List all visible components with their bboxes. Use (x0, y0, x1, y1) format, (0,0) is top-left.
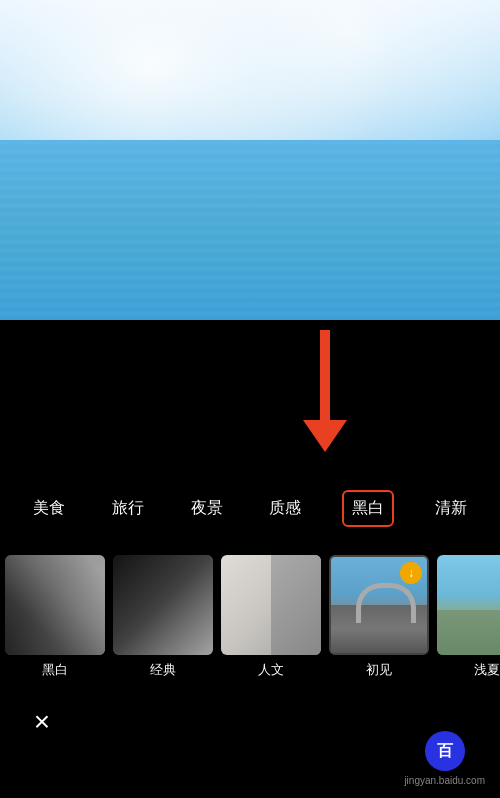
filter-thumb-jingdian[interactable]: 经典 (113, 555, 213, 679)
filter-cat-qingxin[interactable]: 清新 (429, 490, 473, 527)
thumb-img-renwen (221, 555, 321, 655)
filter-category-row: 美食 旅行 夜景 质感 黑白 清新 (0, 490, 500, 527)
thumb-img-jingdian (113, 555, 213, 655)
filter-cat-lüxing[interactable]: 旅行 (106, 490, 150, 527)
thumb-label-heibai: 黑白 (42, 661, 68, 679)
photo-area (0, 0, 500, 320)
thumb-img-heibai (5, 555, 105, 655)
close-icon: × (34, 708, 50, 736)
filter-cat-meishi[interactable]: 美食 (27, 490, 71, 527)
filter-cat-heibai[interactable]: 黑白 (342, 490, 394, 527)
filter-thumb-heibai[interactable]: 黑白 (5, 555, 105, 679)
filter-thumb-renwen[interactable]: 人文 (221, 555, 321, 679)
baidu-watermark: 百 jingyan.baidu.com (404, 729, 485, 786)
filter-thumb-row: 黑白 经典 人文 ↓ 初见 浅夏 (0, 555, 500, 679)
thumb-label-chujian: 初见 (366, 661, 392, 679)
download-badge-chujian: ↓ (400, 562, 422, 584)
baidu-text: jingyan.baidu.com (404, 775, 485, 786)
close-button[interactable]: × (20, 700, 64, 744)
baidu-logo-icon: 百 (423, 729, 467, 773)
thumb-img-chujian: ↓ (329, 555, 429, 655)
filter-cat-yejing[interactable]: 夜景 (185, 490, 229, 527)
arrow-indicator (295, 330, 355, 470)
svg-text:百: 百 (437, 742, 454, 759)
filter-cat-zhigan[interactable]: 质感 (263, 490, 307, 527)
thumb-img-qianxia (437, 555, 500, 655)
filter-thumb-chujian[interactable]: ↓ 初见 (329, 555, 429, 679)
thumb-label-jingdian: 经典 (150, 661, 176, 679)
arrow-shaft (320, 330, 330, 420)
thumb-label-renwen: 人文 (258, 661, 284, 679)
thumb-label-qianxia: 浅夏 (474, 661, 500, 679)
arrow-head (303, 420, 347, 452)
filter-thumb-qianxia[interactable]: 浅夏 (437, 555, 500, 679)
